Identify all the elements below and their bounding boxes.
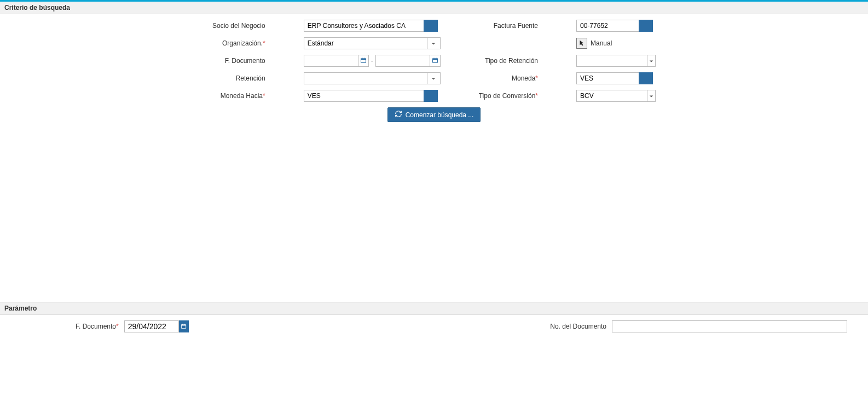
search-criteria-header: Criterio de búsqueda xyxy=(0,2,868,14)
tipo-conversion-dropdown-button[interactable] xyxy=(647,90,656,102)
f-documento-from-input[interactable] xyxy=(304,55,358,67)
search-form: Socio del Negocio Factura Fuente Organiz… xyxy=(0,14,868,102)
required-marker: * xyxy=(263,92,265,100)
required-marker: * xyxy=(535,74,538,82)
refresh-icon xyxy=(395,110,402,119)
moneda-enter-button[interactable] xyxy=(639,72,653,84)
label-organizacion: Organización.* xyxy=(212,39,265,47)
label-param-f-documento: F. Documento* xyxy=(76,323,119,330)
tipo-retencion-dropdown-button[interactable] xyxy=(647,55,656,67)
socio-negocio-input[interactable] xyxy=(304,20,424,32)
label-moneda: Moneda* xyxy=(479,74,538,82)
label-no-documento: No. del Documento xyxy=(550,323,606,330)
label-socio-negocio: Socio del Negocio xyxy=(212,22,265,30)
organizacion-dropdown-button[interactable] xyxy=(427,37,441,49)
calendar-icon xyxy=(432,57,438,65)
moneda-hacia-input[interactable] xyxy=(304,90,424,102)
label-manual: Manual xyxy=(591,39,612,47)
factura-fuente-input[interactable] xyxy=(576,20,639,32)
f-documento-to-calendar-button[interactable] xyxy=(430,55,441,67)
caret-down-icon xyxy=(649,57,653,65)
svg-rect-2 xyxy=(432,58,437,62)
socio-negocio-lookup-button[interactable] xyxy=(424,20,438,32)
parametro-body: F. Documento* No. del Documento xyxy=(0,315,868,338)
retencion-dropdown-button[interactable] xyxy=(427,72,441,84)
f-documento-to-input[interactable] xyxy=(375,55,430,67)
cursor-icon xyxy=(578,39,586,47)
start-search-label: Comenzar búsqueda ... xyxy=(406,111,474,119)
calendar-icon xyxy=(360,57,367,65)
svg-rect-1 xyxy=(361,58,366,62)
label-factura-fuente: Factura Fuente xyxy=(479,22,538,30)
start-search-button[interactable]: Comenzar búsqueda ... xyxy=(387,107,481,122)
moneda-hacia-enter-button[interactable] xyxy=(424,90,438,102)
no-documento-input[interactable] xyxy=(612,320,847,332)
calendar-icon xyxy=(181,323,187,331)
label-retencion: Retención xyxy=(212,74,265,82)
required-marker: * xyxy=(116,323,119,330)
tipo-retencion-select[interactable] xyxy=(576,55,647,67)
search-criteria-title: Criterio de búsqueda xyxy=(4,4,70,12)
parametro-title: Parámetro xyxy=(4,305,37,312)
caret-down-icon xyxy=(431,74,436,83)
label-moneda-hacia: Moneda Hacia* xyxy=(212,92,265,100)
factura-fuente-enter-button[interactable] xyxy=(639,20,653,32)
date-range-separator: - xyxy=(369,57,375,65)
label-f-documento: F. Documento xyxy=(212,57,265,65)
moneda-input[interactable] xyxy=(576,72,639,84)
label-tipo-retencion: Tipo de Retención xyxy=(479,57,538,65)
organizacion-select[interactable] xyxy=(304,37,427,49)
empty-results-area xyxy=(0,127,868,302)
required-marker: * xyxy=(263,39,265,47)
caret-down-icon xyxy=(649,92,653,100)
manual-checkbox[interactable] xyxy=(576,38,587,49)
label-tipo-conversion: Tipo de Conversión* xyxy=(479,92,538,100)
param-f-documento-calendar-button[interactable] xyxy=(179,320,189,332)
svg-rect-3 xyxy=(182,324,186,328)
f-documento-from-calendar-button[interactable] xyxy=(358,55,369,67)
param-f-documento-input[interactable] xyxy=(124,320,179,332)
parametro-header: Parámetro xyxy=(0,302,868,315)
required-marker: * xyxy=(535,92,538,100)
retencion-select[interactable] xyxy=(304,72,427,84)
caret-down-icon xyxy=(431,39,436,48)
tipo-conversion-select[interactable] xyxy=(576,90,647,102)
